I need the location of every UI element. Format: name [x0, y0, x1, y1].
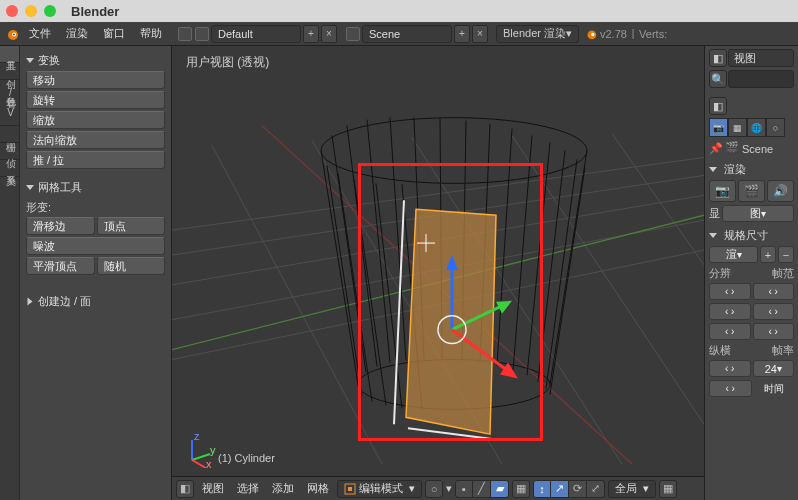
active-object-label: (1) Cylinder — [218, 452, 275, 464]
svg-line-55 — [192, 460, 206, 468]
outliner-search-icon[interactable]: 🔍 — [709, 70, 727, 88]
manipulator-toggle-icon[interactable]: ↕ — [533, 480, 551, 498]
svg-line-34 — [550, 151, 587, 385]
menu-file[interactable]: 文件 — [22, 24, 58, 43]
select-edge-icon[interactable]: ╱ — [473, 480, 491, 498]
scene-add-button[interactable]: + — [454, 25, 470, 43]
smooth-vertex-button[interactable]: 平滑顶点 — [26, 257, 95, 275]
properties-type-icon[interactable]: ◧ — [709, 97, 727, 115]
toolshelf: 工具 创 着色/UV 栅 侦 关系 变换 移动 旋转 缩放 法向缩放 推 / 拉… — [0, 46, 172, 500]
toolshelf-tab-options[interactable]: 侦 — [0, 143, 19, 160]
display-mode-dropdown[interactable]: 图 ▾ — [722, 205, 794, 222]
context-scene-icon[interactable]: 🌐 — [747, 118, 766, 137]
vertex-slide-button[interactable]: 顶点 — [97, 217, 166, 235]
scale-button[interactable]: 缩放 — [26, 111, 165, 129]
pin-icon[interactable]: 📌 — [709, 142, 723, 155]
render-engine-dropdown[interactable]: Blender 渲染▾ — [496, 25, 579, 43]
noise-button[interactable]: 噪波 — [26, 237, 165, 255]
rotate-button[interactable]: 旋转 — [26, 91, 165, 109]
render-audio-button[interactable]: 🔊 — [767, 180, 794, 202]
minimize-window-button[interactable] — [25, 5, 37, 17]
context-world-icon[interactable]: ○ — [766, 118, 785, 137]
select-face-icon[interactable]: ▰ — [491, 480, 509, 498]
translate-button[interactable]: 移动 — [26, 71, 165, 89]
mode-dropdown[interactable]: 编辑模式▾ — [337, 480, 422, 498]
panel-meshtools-header[interactable]: 网格工具 — [26, 177, 165, 198]
svg-point-4 — [591, 32, 595, 36]
maximize-window-button[interactable] — [44, 5, 56, 17]
layout-add-button[interactable]: + — [303, 25, 319, 43]
push-pull-button[interactable]: 推 / 拉 — [26, 151, 165, 169]
dimensions-panel-header[interactable]: 规格尺寸 — [709, 225, 794, 246]
menu-render[interactable]: 渲染 — [59, 24, 95, 43]
limit-selection-icon[interactable]: ▦ — [512, 480, 530, 498]
toolshelf-tab-create[interactable]: 创 — [0, 63, 19, 80]
randomize-button[interactable]: 随机 — [97, 257, 166, 275]
viewport-3d[interactable]: 用户视图 (透视) z y x (1) Cylinder ◧ 视图 选择 添加 … — [172, 46, 704, 500]
outliner-search-input[interactable] — [728, 70, 794, 88]
edge-slide-button[interactable]: 滑移边 — [26, 217, 95, 235]
resolution-y-field[interactable]: ‹ › — [709, 303, 751, 320]
panel-create-edge-face[interactable]: 创建边 / 面 — [26, 291, 165, 312]
resolution-pct-field[interactable]: ‹ › — [709, 323, 751, 340]
fps-dropdown[interactable]: 24 ▾ — [753, 360, 795, 377]
screen-back-icon[interactable] — [195, 27, 209, 41]
toolshelf-tab-shading[interactable]: 着色/UV — [0, 80, 19, 126]
aspect-x-field[interactable]: ‹ › — [709, 360, 751, 377]
layers-icon[interactable]: ▦ — [659, 480, 677, 498]
toolshelf-tab-relations[interactable]: 关系 — [0, 160, 19, 177]
properties-panel: ◧ 视图 🔍 ◧ 📷 ▦ 🌐 ○ 📌 🎬 Scene 渲染 📷 🎬 🔊 — [704, 46, 798, 500]
frame-end-field[interactable]: ‹ › — [753, 303, 795, 320]
aspect-y-field[interactable]: ‹ › — [709, 380, 752, 397]
vh-view-menu[interactable]: 视图 — [197, 479, 229, 498]
svg-line-37 — [354, 179, 386, 405]
svg-rect-60 — [348, 487, 352, 491]
menu-help[interactable]: 帮助 — [133, 24, 169, 43]
render-panel-header[interactable]: 渲染 — [709, 159, 794, 180]
vh-mesh-menu[interactable]: 网格 — [302, 479, 334, 498]
vh-add-menu[interactable]: 添加 — [267, 479, 299, 498]
context-render-icon[interactable]: 📷 — [709, 118, 728, 137]
outliner-type-icon[interactable]: ◧ — [709, 49, 727, 67]
resolution-x-field[interactable]: ‹ › — [709, 283, 751, 300]
close-window-button[interactable] — [6, 5, 18, 17]
panel-transform-header[interactable]: 变换 — [26, 50, 165, 71]
preset-add-button[interactable]: + — [760, 246, 776, 263]
toolshelf-tab-grease[interactable]: 栅 — [0, 126, 19, 143]
frame-start-field[interactable]: ‹ › — [753, 283, 795, 300]
screen-layout-icon[interactable] — [178, 27, 192, 41]
scene-remove-button[interactable]: × — [472, 25, 488, 43]
screen-layout-field[interactable]: Default — [211, 25, 301, 43]
svg-text:y: y — [210, 444, 216, 456]
layout-remove-button[interactable]: × — [321, 25, 337, 43]
shrink-fatten-button[interactable]: 法向缩放 — [26, 131, 165, 149]
window-titlebar: Blender — [0, 0, 798, 22]
version-stats: v2.78 | Verts: — [584, 27, 667, 41]
manipulator-translate-icon[interactable]: ↗ — [551, 480, 569, 498]
svg-line-14 — [612, 134, 704, 265]
viewport-canvas[interactable] — [172, 46, 704, 476]
shading-mode-icon[interactable]: ○ — [425, 480, 443, 498]
render-preset-dropdown[interactable]: 渲 ▾ — [709, 246, 758, 263]
menu-window[interactable]: 窗口 — [96, 24, 132, 43]
select-vertex-icon[interactable]: ▪ — [455, 480, 473, 498]
vh-select-menu[interactable]: 选择 — [232, 479, 264, 498]
outliner-view-field[interactable]: 视图 — [728, 49, 794, 67]
viewport-header: ◧ 视图 选择 添加 网格 编辑模式▾ ○ ▾ ▪ ╱ ▰ ▦ ↕ ↗ ⟳ ⤢ — [172, 476, 704, 500]
svg-point-2 — [13, 33, 15, 35]
editor-type-icon[interactable]: ◧ — [176, 480, 194, 498]
scene-field[interactable]: Scene — [362, 25, 452, 43]
frame-step-field[interactable]: ‹ › — [753, 323, 795, 340]
manipulator-rotate-icon[interactable]: ⟳ — [569, 480, 587, 498]
aspect-label: 纵横 — [709, 343, 731, 358]
toolshelf-tab-tools[interactable]: 工具 — [0, 46, 19, 63]
scene-browse-icon[interactable] — [346, 27, 360, 41]
orientation-dropdown[interactable]: 全局▾ — [608, 480, 656, 498]
render-animation-button[interactable]: 🎬 — [738, 180, 765, 202]
manipulator-scale-icon[interactable]: ⤢ — [587, 480, 605, 498]
select-mode-group: ▪ ╱ ▰ — [455, 480, 509, 498]
preset-remove-button[interactable]: − — [778, 246, 794, 263]
context-renderlayers-icon[interactable]: ▦ — [728, 118, 747, 137]
resolution-label: 分辨 — [709, 266, 731, 281]
render-image-button[interactable]: 📷 — [709, 180, 736, 202]
